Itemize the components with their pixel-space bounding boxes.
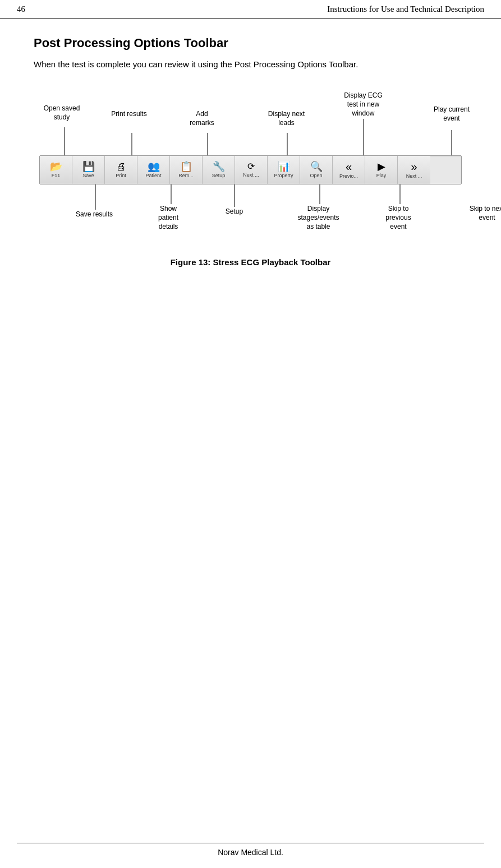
label-skip-previous: Skip topreviousevent [376,204,421,232]
btn-setup-label: Setup [212,173,226,178]
btn-next1[interactable]: ⟳ Next ... [235,156,268,184]
btn-patient[interactable]: 👥 Patient [137,156,170,184]
label-save-results: Save results [72,210,117,219]
btn-rem[interactable]: 📋 Rem... [170,156,203,184]
label-open-saved-study: Open savedstudy [39,104,84,122]
btn-save-label: Save [82,173,94,178]
patient-icon: 👥 [148,161,160,172]
top-connectors-svg [34,88,467,155]
btn-next1-label: Next ... [243,172,259,178]
toolbar-strip: 📂 F11 💾 Save 🖨 Print 👥 Patient 📋 Rem... … [39,155,462,184]
label-add-remarks: Addremarks [182,109,222,127]
btn-open-label: Open [310,173,322,178]
rem-icon: 📋 [180,161,192,172]
btn-print[interactable]: 🖨 Print [105,156,137,184]
next1-icon: ⟳ [247,162,255,171]
page-number: 46 [17,4,25,14]
page-header: 46 Instructions for Use and Technical De… [0,0,501,19]
page-footer: Norav Medical Ltd. [17,843,484,857]
bottom-annotations: Save results Showpatientdetails Setup Di… [34,184,467,252]
btn-previo-label: Previo... [339,173,358,179]
open-icon: 🔍 [310,161,323,172]
footer-text: Norav Medical Ltd. [218,848,283,857]
property-icon: 📊 [278,161,290,172]
label-show-patient-details: Showpatientdetails [146,204,191,232]
save-icon: 💾 [82,161,95,172]
label-play-current-event: Play currentevent [426,105,477,123]
section-title: Post Processing Options Toolbar [34,36,467,50]
setup-icon: 🔧 [213,161,225,172]
btn-play[interactable]: ▶ Play [365,156,398,184]
btn-open[interactable]: 🔍 Open [300,156,333,184]
label-print-results: Print results [107,109,151,118]
intro-text: When the test is complete you can review… [34,58,467,71]
previo-icon: « [346,161,352,172]
btn-f11[interactable]: 📂 F11 [40,156,72,184]
label-skip-next: Skip to nextevent [465,204,501,222]
label-display-stages-events: Displaystages/eventsas table [292,204,345,232]
btn-next2[interactable]: » Next ... [398,156,430,184]
figure-caption: Figure 13: Stress ECG Playback Toolbar [34,257,467,267]
btn-play-label: Play [376,173,387,178]
btn-setup[interactable]: 🔧 Setup [203,156,235,184]
btn-save[interactable]: 💾 Save [72,156,105,184]
print-icon: 🖨 [116,161,126,172]
btn-patient-label: Patient [145,173,161,178]
label-display-ecg: Display ECGtest in newwindow [337,91,390,118]
top-annotations: Open savedstudy Print results Addremarks… [34,88,467,155]
f11-icon: 📂 [50,161,62,172]
btn-property-label: Property [274,173,293,178]
next2-icon: » [411,161,417,172]
btn-property[interactable]: 📊 Property [268,156,300,184]
btn-previo[interactable]: « Previo... [333,156,365,184]
btn-next2-label: Next ... [406,173,422,179]
header-title: Instructions for Use and Technical Descr… [327,4,484,14]
btn-f11-label: F11 [52,173,61,178]
label-display-next-leads: Display nextleads [263,109,310,127]
play-icon: ▶ [378,161,385,172]
main-content: Post Processing Options Toolbar When the… [0,19,501,301]
toolbar-diagram: Open savedstudy Print results Addremarks… [34,88,467,252]
btn-print-label: Print [116,173,126,178]
btn-rem-label: Rem... [178,173,194,178]
label-setup: Setup [216,207,252,216]
